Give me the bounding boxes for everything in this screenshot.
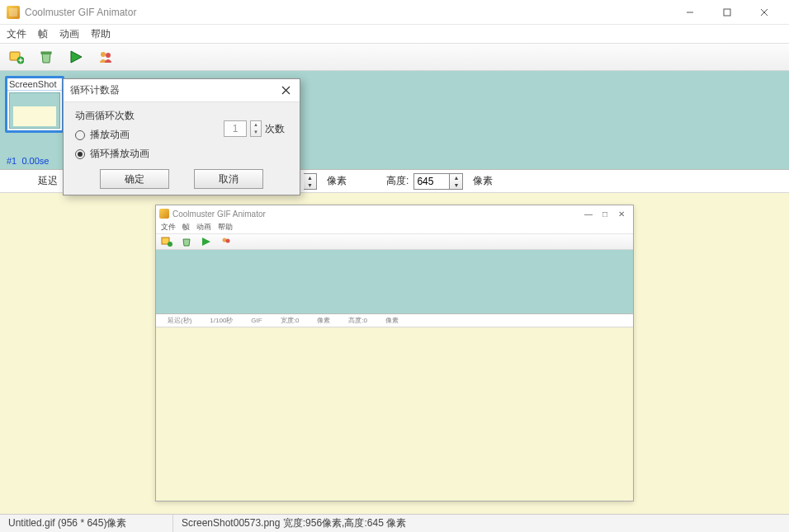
preview-window: Coolmuster GIF Animator — □ ✕ 文件 帧 动画 帮助…	[155, 205, 634, 501]
preview-app-icon	[159, 209, 169, 219]
loop-counter-dialog: 循环计数器 动画循环次数 播放动画 循环播放动画 ▲▼ 次数 确定 取消	[63, 78, 300, 195]
loop-count-field: ▲▼ 次数	[224, 120, 285, 137]
preview-minimize-icon: —	[580, 210, 597, 219]
radio-play-once-label: 播放动画	[90, 128, 130, 142]
svg-rect-8	[41, 52, 51, 54]
status-right: ScreenShot00573.png 宽度:956像素,高度:645 像素	[173, 515, 414, 532]
minimize-icon	[686, 8, 694, 16]
spinner-arrows-icon[interactable]: ▲▼	[250, 120, 262, 137]
preview-properties-bar: 延迟(秒) 1/100秒 GIF 宽度:0 像素 高度:0 像素	[156, 314, 633, 327]
titlebar: Coolmuster GIF Animator	[0, 0, 789, 25]
frame-thumb-image	[9, 92, 60, 129]
preview-titlebar: Coolmuster GIF Animator — □ ✕	[156, 205, 633, 222]
canvas-area: Coolmuster GIF Animator — □ ✕ 文件 帧 动画 帮助…	[0, 193, 789, 514]
menu-frame[interactable]: 帧	[38, 27, 48, 41]
preview-menu-help: 帮助	[218, 222, 233, 233]
svg-rect-1	[724, 9, 730, 16]
svg-point-11	[106, 53, 111, 58]
dialog-close-button[interactable]	[278, 83, 293, 98]
preview-add-icon	[161, 236, 172, 247]
preview-unit-label: 1/100秒	[210, 316, 233, 325]
pixel-label-2: 像素	[473, 174, 493, 188]
add-frame-button[interactable]	[8, 49, 25, 65]
cancel-button[interactable]: 取消	[194, 169, 263, 189]
preview-px1-label: 像素	[317, 316, 330, 325]
svg-point-10	[101, 52, 106, 57]
preview-menu-file: 文件	[161, 222, 176, 233]
ok-button[interactable]: 确定	[100, 169, 169, 189]
svg-point-16	[226, 239, 230, 243]
maximize-button[interactable]	[708, 0, 745, 24]
pixel-label-1: 像素	[327, 174, 347, 188]
play-icon	[69, 49, 83, 64]
loop-count-suffix: 次数	[265, 122, 285, 136]
preview-menubar: 文件 帧 动画 帮助	[156, 222, 633, 233]
menu-help[interactable]: 帮助	[91, 27, 111, 41]
ok-label: 确定	[125, 172, 144, 186]
delete-frame-button[interactable]	[38, 49, 54, 65]
preview-title: Coolmuster GIF Animator	[172, 210, 580, 219]
statusbar: Untitled.gif (789 * 532)像素 ScreenShot005…	[0, 514, 789, 532]
preview-gif-label: GIF	[251, 317, 262, 324]
spinner-arrows-icon[interactable]: ▲▼	[450, 173, 463, 190]
preview-toolbar	[156, 233, 633, 250]
dialog-title: 循环计数器	[70, 83, 120, 97]
preview-menu-animation: 动画	[196, 222, 211, 233]
preview-delay-label: 延迟(秒)	[168, 316, 191, 325]
frame-caption: #1 0.00se	[7, 156, 49, 166]
menubar: 文件 帧 动画 帮助	[0, 25, 789, 43]
app-icon	[7, 6, 20, 19]
hidden-spinner[interactable]: ▲▼	[304, 173, 317, 190]
frame-thumb-title: ScreenShot	[7, 78, 62, 91]
height-label: 高度:	[386, 174, 409, 188]
maximize-icon	[723, 8, 731, 16]
radio-loop[interactable]: 循环播放动画	[75, 147, 288, 161]
preview-menu-frame: 帧	[182, 222, 190, 233]
add-frame-icon	[9, 49, 24, 64]
preview-width-label: 宽度:0	[281, 316, 300, 325]
trash-icon	[39, 49, 54, 64]
preview-frames-strip	[156, 250, 633, 314]
preview-people-icon	[220, 236, 232, 247]
loop-count-input[interactable]	[224, 120, 247, 137]
close-icon	[281, 86, 291, 95]
preview-close-icon: ✕	[613, 210, 630, 219]
radio-loop-label: 循环播放动画	[90, 147, 149, 161]
height-spinner[interactable]: ▲▼	[413, 173, 463, 190]
preview-maximize-icon: □	[597, 210, 613, 219]
menu-file[interactable]: 文件	[7, 27, 26, 41]
toolbar	[0, 43, 789, 71]
height-input[interactable]	[413, 173, 450, 190]
delay-label: 延迟	[38, 174, 58, 188]
preview-canvas	[156, 327, 633, 501]
preview-play-icon	[201, 236, 212, 247]
frame-thumbnail[interactable]: ScreenShot	[5, 76, 64, 133]
minimize-button[interactable]	[671, 0, 708, 24]
radio-checked-icon	[75, 149, 85, 159]
preview-px2-label: 像素	[385, 316, 399, 325]
window-title: Coolmuster GIF Animator	[25, 7, 671, 18]
frame-delay: 0.00se	[21, 156, 49, 166]
preview-trash-icon	[181, 236, 192, 247]
radio-icon	[75, 130, 85, 140]
people-icon	[98, 49, 113, 64]
menu-animation[interactable]: 动画	[59, 27, 79, 41]
frame-index: #1	[7, 156, 17, 166]
preview-height-label: 高度:0	[348, 316, 367, 325]
status-left: Untitled.gif (789 * 532)像素	[0, 515, 173, 532]
cancel-label: 取消	[219, 172, 239, 186]
close-button[interactable]	[745, 0, 782, 24]
svg-marker-14	[202, 238, 210, 246]
dialog-titlebar: 循环计数器	[64, 79, 300, 102]
community-button[interactable]	[97, 49, 114, 65]
play-button[interactable]	[68, 49, 84, 65]
svg-point-13	[168, 242, 172, 247]
close-icon	[760, 8, 768, 16]
svg-marker-9	[71, 51, 82, 63]
